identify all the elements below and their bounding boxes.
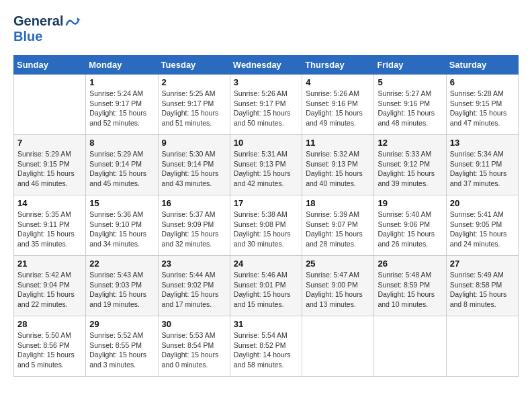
- page-header: General Blue: [13, 13, 519, 44]
- day-number: 5: [378, 77, 442, 87]
- day-number: 15: [89, 198, 154, 208]
- calendar-week-3: 14Sunrise: 5:35 AM Sunset: 9:11 PM Dayli…: [14, 195, 519, 256]
- day-number: 31: [234, 319, 298, 329]
- calendar-cell: 24Sunrise: 5:46 AM Sunset: 9:01 PM Dayli…: [230, 256, 302, 316]
- calendar-cell: 26Sunrise: 5:48 AM Sunset: 8:59 PM Dayli…: [374, 256, 446, 316]
- day-info: Sunrise: 5:53 AM Sunset: 8:54 PM Dayligh…: [162, 330, 226, 370]
- day-info: Sunrise: 5:35 AM Sunset: 9:11 PM Dayligh…: [17, 210, 82, 249]
- calendar-cell: 16Sunrise: 5:37 AM Sunset: 9:09 PM Dayli…: [158, 195, 230, 256]
- day-number: 9: [162, 138, 226, 148]
- calendar-cell: 14Sunrise: 5:35 AM Sunset: 9:11 PM Dayli…: [14, 195, 86, 256]
- column-header-monday: Monday: [86, 56, 158, 75]
- day-info: Sunrise: 5:24 AM Sunset: 9:17 PM Dayligh…: [89, 89, 154, 128]
- day-number: 10: [234, 138, 298, 148]
- day-number: 12: [378, 138, 442, 148]
- calendar-cell: 18Sunrise: 5:39 AM Sunset: 9:07 PM Dayli…: [302, 195, 374, 256]
- calendar-cell: 21Sunrise: 5:42 AM Sunset: 9:04 PM Dayli…: [14, 256, 86, 316]
- calendar-cell: 5Sunrise: 5:27 AM Sunset: 9:16 PM Daylig…: [374, 75, 446, 135]
- day-number: 6: [450, 77, 515, 87]
- calendar-cell: 2Sunrise: 5:25 AM Sunset: 9:17 PM Daylig…: [158, 75, 230, 135]
- day-info: Sunrise: 5:26 AM Sunset: 9:17 PM Dayligh…: [234, 89, 298, 128]
- calendar-cell: 30Sunrise: 5:53 AM Sunset: 8:54 PM Dayli…: [158, 316, 230, 377]
- day-number: 14: [17, 198, 82, 208]
- day-info: Sunrise: 5:31 AM Sunset: 9:13 PM Dayligh…: [234, 149, 298, 189]
- calendar-week-1: 1Sunrise: 5:24 AM Sunset: 9:17 PM Daylig…: [14, 75, 519, 135]
- calendar-cell: 13Sunrise: 5:34 AM Sunset: 9:11 PM Dayli…: [446, 135, 518, 195]
- calendar-cell: 29Sunrise: 5:52 AM Sunset: 8:55 PM Dayli…: [86, 316, 158, 377]
- day-number: 1: [89, 77, 154, 87]
- day-info: Sunrise: 5:29 AM Sunset: 9:15 PM Dayligh…: [17, 149, 82, 189]
- calendar-cell: 20Sunrise: 5:41 AM Sunset: 9:05 PM Dayli…: [446, 195, 518, 256]
- day-info: Sunrise: 5:32 AM Sunset: 9:13 PM Dayligh…: [306, 149, 370, 189]
- day-number: 22: [89, 259, 154, 269]
- column-header-sunday: Sunday: [14, 56, 86, 75]
- day-info: Sunrise: 5:52 AM Sunset: 8:55 PM Dayligh…: [89, 330, 154, 370]
- day-info: Sunrise: 5:38 AM Sunset: 9:08 PM Dayligh…: [234, 210, 298, 249]
- day-number: 19: [378, 198, 442, 208]
- calendar-cell: 9Sunrise: 5:30 AM Sunset: 9:14 PM Daylig…: [158, 135, 230, 195]
- day-number: 28: [17, 319, 82, 329]
- calendar-cell: [374, 316, 446, 377]
- day-info: Sunrise: 5:25 AM Sunset: 9:17 PM Dayligh…: [162, 89, 226, 128]
- calendar-cell: 6Sunrise: 5:28 AM Sunset: 9:15 PM Daylig…: [446, 75, 518, 135]
- day-number: 4: [306, 77, 370, 87]
- calendar-cell: 19Sunrise: 5:40 AM Sunset: 9:06 PM Dayli…: [374, 195, 446, 256]
- day-number: 23: [162, 259, 226, 269]
- calendar-cell: 17Sunrise: 5:38 AM Sunset: 9:08 PM Dayli…: [230, 195, 302, 256]
- day-number: 26: [378, 259, 442, 269]
- day-number: 17: [234, 198, 298, 208]
- day-info: Sunrise: 5:29 AM Sunset: 9:14 PM Dayligh…: [89, 149, 154, 189]
- calendar-cell: 8Sunrise: 5:29 AM Sunset: 9:14 PM Daylig…: [86, 135, 158, 195]
- calendar-cell: 31Sunrise: 5:54 AM Sunset: 8:52 PM Dayli…: [230, 316, 302, 377]
- day-info: Sunrise: 5:37 AM Sunset: 9:09 PM Dayligh…: [162, 210, 226, 249]
- day-info: Sunrise: 5:48 AM Sunset: 8:59 PM Dayligh…: [378, 270, 442, 310]
- column-header-thursday: Thursday: [302, 56, 374, 75]
- calendar-cell: 4Sunrise: 5:26 AM Sunset: 9:16 PM Daylig…: [302, 75, 374, 135]
- calendar-week-4: 21Sunrise: 5:42 AM Sunset: 9:04 PM Dayli…: [14, 256, 519, 316]
- day-info: Sunrise: 5:33 AM Sunset: 9:12 PM Dayligh…: [378, 149, 442, 189]
- day-number: 7: [17, 138, 82, 148]
- calendar-cell: [446, 316, 518, 377]
- day-info: Sunrise: 5:36 AM Sunset: 9:10 PM Dayligh…: [89, 210, 154, 249]
- day-number: 3: [234, 77, 298, 87]
- day-info: Sunrise: 5:42 AM Sunset: 9:04 PM Dayligh…: [17, 270, 82, 310]
- calendar-cell: 3Sunrise: 5:26 AM Sunset: 9:17 PM Daylig…: [230, 75, 302, 135]
- day-info: Sunrise: 5:34 AM Sunset: 9:11 PM Dayligh…: [450, 149, 515, 189]
- day-info: Sunrise: 5:30 AM Sunset: 9:14 PM Dayligh…: [162, 149, 226, 189]
- day-info: Sunrise: 5:46 AM Sunset: 9:01 PM Dayligh…: [234, 270, 298, 310]
- logo-container: General Blue: [13, 13, 81, 44]
- day-info: Sunrise: 5:41 AM Sunset: 9:05 PM Dayligh…: [450, 210, 515, 249]
- calendar-cell: 25Sunrise: 5:47 AM Sunset: 9:00 PM Dayli…: [302, 256, 374, 316]
- calendar-cell: 10Sunrise: 5:31 AM Sunset: 9:13 PM Dayli…: [230, 135, 302, 195]
- day-info: Sunrise: 5:49 AM Sunset: 8:58 PM Dayligh…: [450, 270, 515, 310]
- day-number: 20: [450, 198, 515, 208]
- day-number: 16: [162, 198, 226, 208]
- day-info: Sunrise: 5:40 AM Sunset: 9:06 PM Dayligh…: [378, 210, 442, 249]
- calendar-cell: 12Sunrise: 5:33 AM Sunset: 9:12 PM Dayli…: [374, 135, 446, 195]
- calendar-cell: 1Sunrise: 5:24 AM Sunset: 9:17 PM Daylig…: [86, 75, 158, 135]
- day-number: 27: [450, 259, 515, 269]
- column-header-saturday: Saturday: [446, 56, 518, 75]
- column-header-wednesday: Wednesday: [230, 56, 302, 75]
- column-header-tuesday: Tuesday: [158, 56, 230, 75]
- column-header-friday: Friday: [374, 56, 446, 75]
- day-number: 30: [162, 319, 226, 329]
- day-number: 18: [306, 198, 370, 208]
- calendar-table: SundayMondayTuesdayWednesdayThursdayFrid…: [13, 55, 519, 377]
- calendar-header-row: SundayMondayTuesdayWednesdayThursdayFrid…: [14, 56, 519, 75]
- day-info: Sunrise: 5:54 AM Sunset: 8:52 PM Dayligh…: [234, 330, 298, 370]
- day-number: 13: [450, 138, 515, 148]
- day-number: 21: [17, 259, 82, 269]
- calendar-cell: [14, 75, 86, 135]
- svg-marker-0: [77, 17, 81, 20]
- day-number: 24: [234, 259, 298, 269]
- day-info: Sunrise: 5:50 AM Sunset: 8:56 PM Dayligh…: [17, 330, 82, 370]
- calendar-cell: 22Sunrise: 5:43 AM Sunset: 9:03 PM Dayli…: [86, 256, 158, 316]
- calendar-cell: 7Sunrise: 5:29 AM Sunset: 9:15 PM Daylig…: [14, 135, 86, 195]
- logo-blue-text: Blue: [13, 29, 63, 44]
- day-info: Sunrise: 5:28 AM Sunset: 9:15 PM Dayligh…: [450, 89, 515, 128]
- calendar-cell: 15Sunrise: 5:36 AM Sunset: 9:10 PM Dayli…: [86, 195, 158, 256]
- calendar-week-5: 28Sunrise: 5:50 AM Sunset: 8:56 PM Dayli…: [14, 316, 519, 377]
- day-info: Sunrise: 5:44 AM Sunset: 9:02 PM Dayligh…: [162, 270, 226, 310]
- day-number: 11: [306, 138, 370, 148]
